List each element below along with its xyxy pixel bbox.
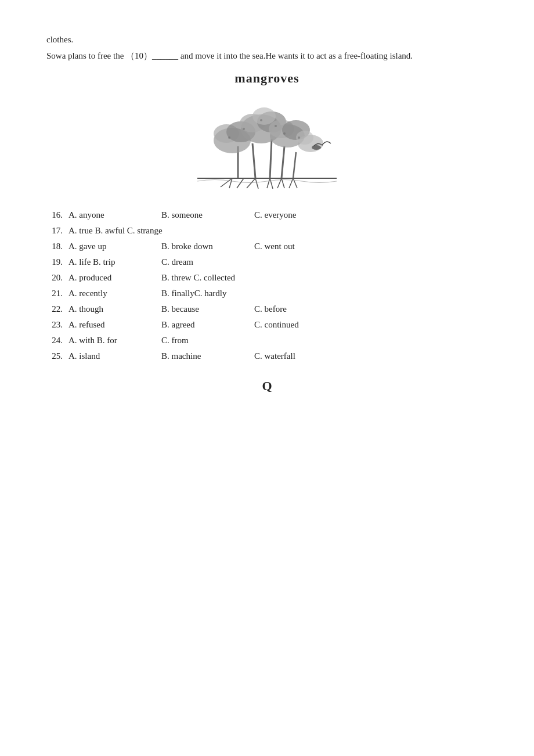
questions-section: 16. A. anyone B. someone C. everyone 17.… — [46, 210, 488, 361]
question-row-24: 24. A. with B. for C. from — [46, 336, 488, 345]
svg-line-3 — [237, 178, 244, 188]
q-num-21: 21. — [46, 289, 68, 298]
q-num-25: 25. — [46, 351, 68, 361]
q-opt-20a: A. produced — [68, 273, 161, 283]
q-opt-18b: B. broke down — [161, 242, 254, 251]
svg-point-33 — [275, 125, 277, 127]
q-opt-24ab: A. with B. for — [68, 336, 161, 345]
svg-line-7 — [270, 178, 273, 189]
svg-point-23 — [252, 107, 276, 125]
question-row-25: 25. A. island B. machine C. waterfall — [46, 351, 488, 361]
q-opt-23a: A. refused — [68, 320, 161, 330]
q-options-19: A. life B. trip C. dream — [68, 257, 254, 267]
q-options-18: A. gave up B. broke down C. went out — [68, 242, 347, 251]
svg-point-30 — [228, 136, 230, 139]
q-opt-16b: B. someone — [161, 210, 254, 220]
q-opt-18c: C. went out — [254, 242, 347, 251]
q-opt-24c: C. from — [161, 336, 254, 345]
question-row-20: 20. A. produced B. threw C. collected — [46, 273, 488, 283]
question-row-19: 19. A. life B. trip C. dream — [46, 257, 488, 267]
q-opt-17abc: A. true B. awful C. strange — [68, 226, 163, 236]
q-options-22: A. though B. because C. before — [68, 304, 347, 314]
svg-point-31 — [243, 128, 245, 130]
q-options-25: A. island B. machine C. waterfall — [68, 351, 347, 361]
intro-line2: Sowa plans to free the （10）______ and mo… — [46, 51, 488, 62]
mangroves-image-block: mangroves — [180, 71, 354, 193]
q-num-23: 23. — [46, 320, 68, 330]
q-opt-23c: C. continued — [254, 320, 347, 330]
q-opt-16c: C. everyone — [254, 210, 347, 220]
svg-point-29 — [312, 145, 321, 150]
q-options-17: A. true B. awful C. strange — [68, 226, 163, 236]
q-opt-18a: A. gave up — [68, 242, 161, 251]
q-opt-20bc: B. threw C. collected — [161, 273, 254, 283]
svg-line-11 — [293, 178, 297, 188]
question-row-23: 23. A. refused B. agreed C. continued — [46, 320, 488, 330]
q-num-18: 18. — [46, 242, 68, 251]
footer-q-label: Q — [46, 379, 488, 394]
svg-line-14 — [270, 139, 272, 178]
q-options-21: A. recently B. finallyC. hardly — [68, 289, 254, 298]
q-opt-22c: C. before — [254, 304, 347, 314]
question-row-22: 22. A. though B. because C. before — [46, 304, 488, 314]
svg-line-4 — [247, 178, 255, 188]
q-num-17: 17. — [46, 226, 68, 236]
question-row-21: 21. A. recently B. finallyC. hardly — [46, 289, 488, 298]
q-num-19: 19. — [46, 257, 68, 267]
q-num-20: 20. — [46, 273, 68, 283]
svg-point-34 — [283, 132, 286, 135]
q-opt-25c: C. waterfall — [254, 351, 347, 361]
question-row-16: 16. A. anyone B. someone C. everyone — [46, 210, 488, 220]
svg-point-32 — [260, 119, 262, 121]
q-opt-21bc: B. finallyC. hardly — [161, 289, 254, 298]
svg-point-35 — [298, 136, 300, 139]
mangroves-svg — [186, 88, 348, 193]
q-opt-25a: A. island — [68, 351, 161, 361]
q-opt-19ab: A. life B. trip — [68, 257, 161, 267]
svg-line-13 — [252, 143, 255, 178]
q-num-22: 22. — [46, 304, 68, 314]
svg-line-15 — [282, 146, 284, 178]
q-opt-21a: A. recently — [68, 289, 161, 298]
mangroves-label: mangroves — [234, 71, 299, 86]
q-num-24: 24. — [46, 336, 68, 345]
svg-line-16 — [293, 152, 296, 178]
q-opt-16a: A. anyone — [68, 210, 161, 220]
q-options-16: A. anyone B. someone C. everyone — [68, 210, 347, 220]
svg-line-6 — [267, 178, 270, 188]
question-row-18: 18. A. gave up B. broke down C. went out — [46, 242, 488, 251]
q-opt-25b: B. machine — [161, 351, 254, 361]
q-options-23: A. refused B. agreed C. continued — [68, 320, 347, 330]
q-opt-23b: B. agreed — [161, 320, 254, 330]
q-options-24: A. with B. for C. from — [68, 336, 254, 345]
q-options-20: A. produced B. threw C. collected — [68, 273, 254, 283]
q-opt-22b: B. because — [161, 304, 254, 314]
intro-line1: clothes. — [46, 35, 488, 45]
q-num-16: 16. — [46, 210, 68, 220]
q-opt-22a: A. though — [68, 304, 161, 314]
svg-line-5 — [255, 178, 258, 189]
q-opt-19c: C. dream — [161, 257, 254, 267]
question-row-17: 17. A. true B. awful C. strange — [46, 226, 488, 236]
